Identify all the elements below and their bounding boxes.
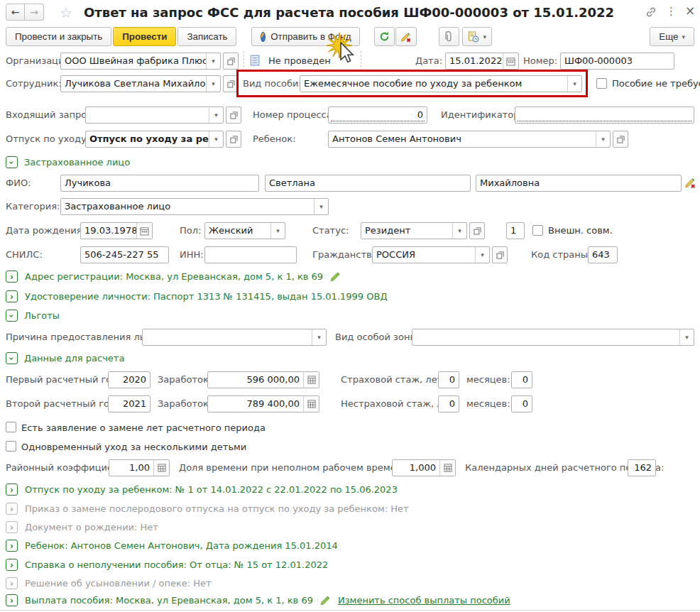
expand-chevron-icon[interactable]: › xyxy=(6,290,18,302)
sex-combobox[interactable]: Женский ▾ xyxy=(204,222,285,239)
number-field[interactable]: ШФ00-000003 xyxy=(560,53,674,70)
write-button[interactable]: Записать xyxy=(177,27,236,46)
dropdown-arrow-icon[interactable]: ▾ xyxy=(679,329,694,345)
dropdown-arrow-icon[interactable]: ▾ xyxy=(452,223,466,239)
dropdown-arrow-icon[interactable]: ▾ xyxy=(596,131,610,147)
status-combobox[interactable]: Резидент ▾ xyxy=(361,222,467,239)
noninsured-exp-months-field[interactable]: 0 xyxy=(511,395,532,412)
part-time-field[interactable]: 1,000 xyxy=(392,459,456,476)
change-payment-method-link[interactable]: Изменить способ выплаты пособий xyxy=(338,595,510,606)
menu-kebab-icon[interactable]: ⋮ xyxy=(666,5,677,18)
get-link-icon[interactable] xyxy=(645,6,657,18)
org-combobox[interactable]: ООО Швейная фабрика Плюс ▾ xyxy=(60,53,221,70)
identity-link-row[interactable]: › Удостоверение личности: Паспорт 1313 №… xyxy=(6,290,388,302)
external-worker-checkbox[interactable] xyxy=(532,225,543,236)
multi-children-checkbox[interactable] xyxy=(6,441,16,452)
snils-field[interactable]: 506-245-227 55 xyxy=(80,246,169,263)
child-chooser-button[interactable] xyxy=(613,131,628,148)
more-button[interactable]: Еще ▾ xyxy=(650,27,694,46)
calculator-icon[interactable] xyxy=(439,460,455,476)
year2-field[interactable]: 2021 xyxy=(108,395,151,412)
identity-link[interactable]: Удостоверение личности: Паспорт 1313 № 1… xyxy=(25,291,388,302)
incoming-request-chooser-button[interactable] xyxy=(226,106,241,124)
category-combobox[interactable]: Застрахованное лицо ▾ xyxy=(60,198,329,215)
country-code-field[interactable]: 643 xyxy=(588,246,618,263)
care-leave-chooser-button[interactable] xyxy=(226,131,241,148)
middle-name-field[interactable]: Михайловна xyxy=(476,175,682,192)
section-calc-data[interactable]: › Данные для расчета xyxy=(6,352,124,364)
back-button[interactable]: ← xyxy=(6,4,25,21)
last-name-field[interactable]: Лучикова xyxy=(60,175,259,192)
close-icon[interactable]: × xyxy=(685,4,695,18)
business-process-button[interactable]: ▾ xyxy=(462,27,492,46)
detail-row-benefit-payment[interactable]: › Выплата пособия: Москва, ул Ереванская… xyxy=(6,594,510,606)
no-benefit-checkbox[interactable] xyxy=(596,78,607,89)
collapse-chevron-icon[interactable]: › xyxy=(6,310,18,322)
section-insured-person[interactable]: › Застрахованное лицо xyxy=(6,156,130,168)
employee-combobox[interactable]: Лучикова Светлана Михайловна ▾ xyxy=(60,75,221,92)
district-coef-field[interactable]: 1,00 xyxy=(109,459,170,476)
expand-chevron-icon[interactable]: › xyxy=(6,559,18,571)
post-and-close-button[interactable]: Провести и закрыть xyxy=(6,27,111,46)
send-to-fund-button[interactable]: Отправить в Фонд xyxy=(251,27,360,46)
section-privileges[interactable]: › Льготы xyxy=(6,310,60,322)
dropdown-arrow-icon[interactable]: ▾ xyxy=(314,199,328,214)
status-number-field[interactable]: 1 xyxy=(506,222,525,239)
earnings2-field[interactable]: 789 400,00 xyxy=(207,395,319,412)
earnings1-field[interactable]: 596 000,00 xyxy=(207,371,319,388)
edit-payment-pencil-icon[interactable] xyxy=(320,595,331,606)
birth-date-field[interactable]: 19.03.1978 xyxy=(80,222,153,239)
noninsured-exp-years-field[interactable]: 0 xyxy=(438,395,459,412)
cancel-posting-button[interactable] xyxy=(395,27,417,46)
expand-chevron-icon[interactable]: › xyxy=(6,503,18,515)
forward-button[interactable]: → xyxy=(25,4,44,21)
detail-row-adoption-decision[interactable]: › Решение об усыновлении / опеке: Нет xyxy=(6,577,212,589)
expand-chevron-icon[interactable]: › xyxy=(6,577,18,589)
citizenship-chooser-button[interactable] xyxy=(492,246,508,263)
detail-link[interactable]: Приказ о замене послеродового отпуска на… xyxy=(25,503,409,514)
expand-chevron-icon[interactable]: › xyxy=(6,594,18,606)
calculator-icon[interactable] xyxy=(303,372,319,388)
detail-link[interactable]: Справка о неполучении пособия: От отца: … xyxy=(25,559,328,570)
expand-chevron-icon[interactable]: › xyxy=(6,521,18,533)
detail-link[interactable]: Выплата пособия: Москва, ул Ереванская, … xyxy=(25,595,313,606)
date-field[interactable]: 15.01.2022 xyxy=(445,53,519,70)
expand-chevron-icon[interactable]: › xyxy=(6,271,18,283)
insured-exp-months-field[interactable]: 0 xyxy=(511,371,532,388)
collapse-chevron-icon[interactable]: › xyxy=(6,156,18,168)
edit-address-pencil-icon[interactable] xyxy=(330,271,341,282)
post-button[interactable]: Провести xyxy=(113,27,176,46)
dropdown-arrow-icon[interactable]: ▾ xyxy=(206,76,220,92)
org-chooser-button[interactable] xyxy=(223,53,239,70)
dropdown-arrow-icon[interactable]: ▾ xyxy=(209,131,223,147)
special-zone-combobox[interactable]: ▾ xyxy=(412,329,694,346)
dropdown-arrow-icon[interactable]: ▾ xyxy=(567,76,581,92)
dropdown-arrow-icon[interactable]: ▾ xyxy=(209,107,223,123)
calculator-icon[interactable] xyxy=(303,396,319,412)
calendar-icon[interactable] xyxy=(503,53,518,69)
privilege-reason-combobox[interactable]: ▾ xyxy=(142,329,327,346)
detail-link[interactable]: Решение об усыновлении / опеке: Нет xyxy=(25,578,212,589)
detail-row-replace-order[interactable]: › Приказ о замене послеродового отпуска … xyxy=(6,503,409,515)
edit-fio-pencil-icon[interactable] xyxy=(684,177,696,189)
collapse-chevron-icon[interactable]: › xyxy=(6,352,18,364)
dropdown-arrow-icon[interactable]: ▾ xyxy=(475,247,489,263)
first-name-field[interactable]: Светлана xyxy=(265,175,471,192)
dropdown-arrow-icon[interactable]: ▾ xyxy=(312,329,326,345)
expand-chevron-icon[interactable]: › xyxy=(6,540,18,552)
care-leave-combobox[interactable]: Отпуск по уходу за ребенко ▾ xyxy=(85,131,224,148)
calculator-icon[interactable] xyxy=(153,460,169,476)
year1-field[interactable]: 2020 xyxy=(108,371,151,388)
dropdown-arrow-icon[interactable]: ▾ xyxy=(270,223,285,239)
citizenship-combobox[interactable]: РОССИЯ ▾ xyxy=(372,246,490,263)
address-link[interactable]: Адрес регистрации: Москва, ул Ереванская… xyxy=(25,271,323,282)
detail-link[interactable]: Отпуск по уходу за ребенком: № 1 от 14.0… xyxy=(25,484,398,495)
incoming-request-combobox[interactable]: ▾ xyxy=(85,106,224,124)
detail-link[interactable]: Документ о рождении: Нет xyxy=(25,522,158,532)
attachments-button[interactable] xyxy=(439,27,459,46)
calendar-icon[interactable] xyxy=(136,223,152,239)
detail-row-birth-document[interactable]: › Документ о рождении: Нет xyxy=(6,521,158,533)
benefit-type-combobox[interactable]: Ежемесячное пособие по уходу за ребенком… xyxy=(300,75,582,92)
child-combobox[interactable]: Антонов Семен Антонович ▾ xyxy=(328,131,611,148)
detail-row-child[interactable]: › Ребенок: Антонов Семен Антонович, Дата… xyxy=(6,540,338,552)
